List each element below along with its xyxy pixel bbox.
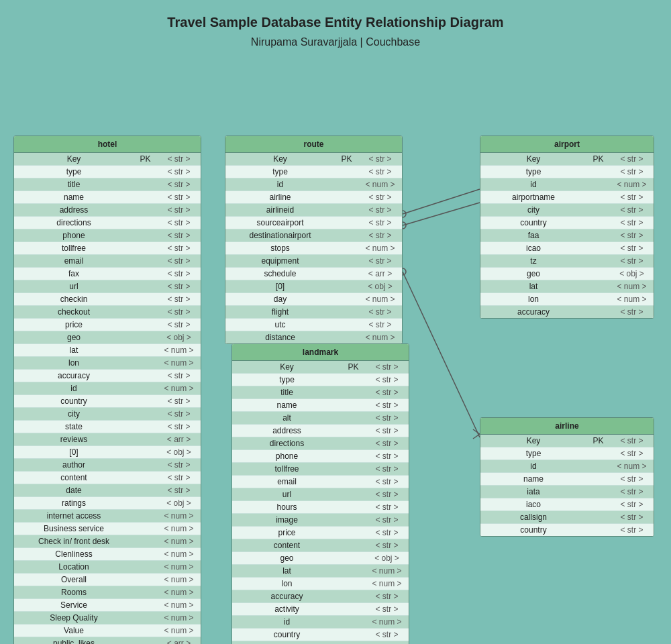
field-pk — [586, 311, 610, 313]
field-type: < num > — [610, 293, 654, 305]
field-type: < str > — [157, 306, 201, 318]
field-pk — [134, 438, 157, 441]
field-pk — [342, 608, 365, 610]
field-name: type — [232, 374, 342, 386]
field-name: country — [14, 395, 134, 407]
field-pk — [134, 629, 157, 632]
table-row: airlineid< str > — [225, 204, 402, 217]
field-name: type — [480, 166, 586, 178]
field-name: flight — [225, 306, 335, 318]
field-pk — [342, 455, 365, 458]
field-name: city — [480, 204, 586, 216]
field-pk — [134, 362, 157, 364]
table-row: Rooms< num > — [14, 586, 201, 599]
field-pk — [342, 621, 365, 623]
table-row: iata< str > — [480, 486, 654, 498]
field-type: < str > — [157, 268, 201, 280]
field-name: lon — [232, 578, 342, 590]
table-row: ratings< obj > — [14, 497, 201, 510]
svg-line-6 — [473, 429, 480, 434]
field-pk — [335, 247, 358, 250]
table-row: airline< str > — [225, 191, 402, 204]
field-pk — [342, 493, 365, 496]
field-name: iata — [480, 486, 586, 498]
field-pk — [134, 515, 157, 517]
field-type: < obj > — [358, 280, 402, 292]
field-type: < str > — [365, 539, 409, 551]
entity-landmark: landmark KeyPK< str >type< str >title< s… — [231, 343, 409, 644]
field-name: name — [480, 473, 586, 485]
field-name: lat — [14, 344, 134, 356]
table-row: [0]< obj > — [14, 446, 201, 459]
field-type: < num > — [610, 460, 654, 472]
field-pk — [342, 404, 365, 407]
field-pk — [342, 468, 365, 470]
field-type: < str > — [157, 153, 201, 165]
field-pk — [134, 578, 157, 581]
field-type: < str > — [365, 437, 409, 449]
table-row: url< str > — [232, 488, 409, 501]
field-name: callsign — [480, 511, 586, 523]
field-name: type — [14, 166, 134, 178]
table-row: equipment< str > — [225, 255, 402, 268]
field-name: Rooms — [14, 586, 134, 598]
table-row: directions< str > — [232, 437, 409, 450]
field-name: Sleep Quality — [14, 612, 134, 624]
entity-airport-header: airport — [480, 136, 654, 153]
field-type: < str > — [365, 629, 409, 641]
field-name: type — [225, 166, 335, 178]
field-type: < str > — [610, 166, 654, 178]
field-name: [0] — [225, 280, 335, 292]
field-type: < str > — [610, 229, 654, 241]
field-type: < str > — [157, 459, 201, 471]
field-pk — [335, 298, 358, 301]
table-row: type< str > — [225, 166, 402, 178]
field-pk — [342, 506, 365, 508]
field-name: phone — [232, 450, 342, 462]
field-type: < str > — [358, 217, 402, 229]
field-type: < str > — [610, 447, 654, 460]
field-type: < str > — [365, 488, 409, 500]
field-pk — [586, 247, 610, 250]
field-name: tollfree — [14, 242, 134, 254]
entity-route: route KeyPK< str >type< str >id< num >ai… — [225, 136, 403, 344]
field-name: alt — [232, 412, 342, 424]
table-row: date< str > — [14, 484, 201, 497]
table-row: phone< str > — [14, 229, 201, 242]
field-name: city — [232, 641, 342, 644]
field-pk — [586, 183, 610, 186]
table-row: accuracy< str > — [480, 306, 654, 318]
field-pk — [134, 260, 157, 262]
field-pk — [335, 170, 358, 173]
field-name: iaco — [480, 498, 586, 511]
table-row: name< str > — [232, 399, 409, 412]
field-name: checkin — [14, 293, 134, 305]
field-type: < str > — [610, 511, 654, 523]
field-type: < str > — [365, 501, 409, 513]
field-type: < str > — [358, 204, 402, 216]
table-row: Clenliness< num > — [14, 548, 201, 561]
field-name: date — [14, 484, 134, 496]
table-row: reviews< arr > — [14, 433, 201, 446]
field-type: < num > — [157, 612, 201, 624]
field-name: schedule — [225, 268, 335, 280]
field-name: accuracy — [14, 370, 134, 382]
table-row: KeyPK< str > — [480, 153, 654, 166]
table-row: stops< num > — [225, 242, 402, 255]
field-name: id — [225, 178, 335, 191]
table-row: geo< obj > — [232, 552, 409, 565]
field-type: < num > — [610, 178, 654, 191]
field-name: lat — [232, 565, 342, 577]
field-type: < num > — [365, 616, 409, 628]
field-name: type — [480, 447, 586, 460]
table-row: lat< num > — [232, 565, 409, 578]
table-row: Check in/ front desk< num > — [14, 535, 201, 548]
table-row: tollfree< str > — [232, 463, 409, 476]
field-name: sourceairport — [225, 217, 335, 229]
field-pk — [134, 425, 157, 428]
field-name: activity — [232, 603, 342, 615]
field-name: directions — [14, 217, 134, 229]
field-type: < str > — [157, 229, 201, 241]
field-name: city — [14, 408, 134, 420]
field-name: content — [14, 472, 134, 484]
